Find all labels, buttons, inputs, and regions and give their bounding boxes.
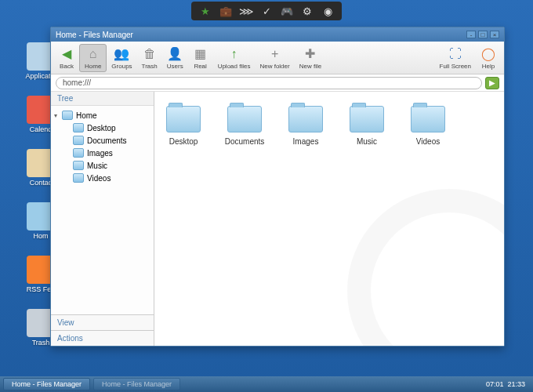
tree-item-desktop[interactable]: Desktop [65,122,150,134]
new-file-icon: ✚ [303,46,318,62]
folder-documents[interactable]: Documents [223,106,266,146]
content-area[interactable]: DesktopDocumentsImagesMusicVideos [154,92,504,346]
toolbar: ◀Back⌂Home👥Groups🗑Trash👤Users▦Real↑Uploa… [51,42,504,74]
folder-icon [166,106,201,132]
folder-icon [73,136,84,145]
tree-item-videos[interactable]: Videos [65,172,150,184]
users-icon: 👤 [167,46,183,62]
taskbar-item[interactable]: Home - Files Manager [3,378,90,390]
folder-icon [73,173,84,183]
briefcase-icon[interactable]: 💼 [219,5,232,17]
back-button[interactable]: ◀Back [54,44,79,72]
users-button[interactable]: 👤Users [162,44,188,72]
back-icon: ◀ [59,46,74,62]
trash-icon: 🗑 [142,46,158,62]
tree-item-documents[interactable]: Documents [65,134,150,147]
groups-button[interactable]: 👥Groups [107,44,136,72]
taskbar: Home - Files Manager Home - Files Manage… [0,376,533,392]
new-file-button[interactable]: ✚New file [295,44,326,72]
full-screen-button[interactable]: ⛶Full Screen [435,45,476,71]
sidebar: Tree ▾ Home DesktopDocumentsImagesMusicV… [51,92,154,346]
maximize-button[interactable]: □ [478,31,488,38]
tree-item-music[interactable]: Music [65,159,150,172]
tree-header: Tree [51,92,154,106]
addressbar: ▶ [51,74,504,92]
folder-images[interactable]: Images [285,106,327,146]
files-manager-window: Home - Files Manager - □ × ◀Back⌂Home👥Gr… [50,27,505,347]
folder-icon [73,148,84,158]
tree-root-home[interactable]: ▾ Home [54,109,150,122]
folder-music[interactable]: Music [346,106,388,146]
top-dock: ★ 💼 ⋙ ✓ 🎮 ⚙ ◉ [191,2,342,20]
tree-item-images[interactable]: Images [65,147,150,159]
help-button[interactable]: ◯Help [476,45,501,71]
gamepad-icon[interactable]: 🎮 [281,5,293,17]
full-screen-icon: ⛶ [448,46,463,62]
new-folder-icon: + [267,46,283,62]
sidebar-section-actions[interactable]: Actions [51,330,154,346]
gear-icon[interactable]: ⚙ [301,5,314,17]
trash-button[interactable]: 🗑Trash [137,44,162,72]
address-input[interactable] [56,77,482,89]
folder-icon [411,106,445,132]
new-folder-button[interactable]: +New folder [255,44,294,72]
real-icon: ▦ [193,46,208,62]
rss-icon[interactable]: ⋙ [240,5,252,17]
folder-desktop[interactable]: Desktop [162,106,205,146]
close-button[interactable]: × [490,31,499,38]
folder-icon [227,106,262,132]
folder-icon [73,123,84,132]
folder-icon [62,111,73,120]
sidebar-section-view[interactable]: View [51,314,154,330]
go-button[interactable]: ▶ [485,77,499,89]
folder-icon [288,106,323,132]
folder-icon [350,106,384,132]
real-button[interactable]: ▦Real [188,44,213,72]
upload-files-button[interactable]: ↑Upload files [213,44,256,72]
groups-icon: 👥 [114,46,129,62]
titlebar[interactable]: Home - Files Manager - □ × [51,27,504,42]
tree: ▾ Home DesktopDocumentsImagesMusicVideos [51,106,154,314]
home-button[interactable]: ⌂Home [79,44,107,72]
help-icon: ◯ [480,46,496,62]
window-title: Home - Files Manager [56,31,133,39]
star-icon[interactable]: ★ [199,5,212,17]
taskbar-item[interactable]: Home - Files Manager [93,378,180,390]
check-icon[interactable]: ✓ [260,5,273,17]
home-icon: ⌂ [85,46,101,62]
upload-files-icon: ↑ [227,46,242,62]
minimize-button[interactable]: - [466,31,476,38]
clock: 07:01 21:33 [481,380,530,388]
power-icon[interactable]: ◉ [321,5,334,17]
collapse-icon[interactable]: ▾ [54,112,62,119]
folder-icon [73,161,84,170]
folder-videos[interactable]: Videos [407,106,449,146]
